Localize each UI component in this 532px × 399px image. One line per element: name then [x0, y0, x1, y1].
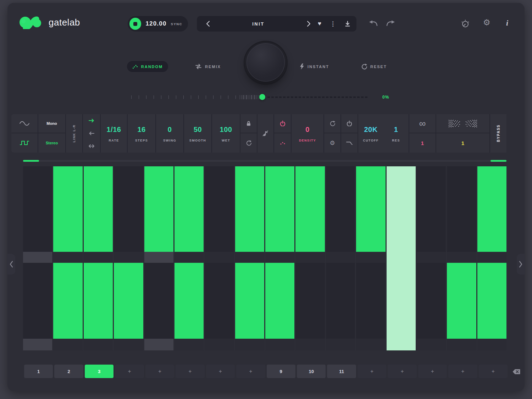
- loop-start-marker[interactable]: [23, 160, 39, 162]
- undo-button[interactable]: [368, 20, 378, 28]
- pattern-add-button[interactable]: +: [115, 365, 144, 378]
- step-bar[interactable]: [23, 263, 52, 339]
- step-footer[interactable]: [265, 339, 294, 350]
- step-bar[interactable]: [84, 263, 113, 339]
- step-bar[interactable]: [174, 166, 204, 252]
- step-footer[interactable]: [447, 339, 476, 350]
- step-bar[interactable]: [447, 166, 476, 252]
- step-footer[interactable]: [417, 339, 446, 350]
- pattern-button-10[interactable]: 10: [297, 365, 326, 378]
- step-bar[interactable]: [53, 166, 82, 252]
- pattern-button-1[interactable]: 1: [24, 365, 53, 378]
- res-value[interactable]: 1: [394, 126, 398, 134]
- wet-value[interactable]: 100: [220, 126, 232, 134]
- random-button[interactable]: RANDOM: [127, 61, 168, 72]
- smooth-value[interactable]: 50: [194, 126, 202, 134]
- pattern-add-button[interactable]: +: [479, 365, 508, 378]
- sequencer-column-9[interactable]: [265, 166, 294, 350]
- swing-cell[interactable]: 0 SWING: [156, 114, 184, 153]
- step-footer[interactable]: [477, 339, 506, 350]
- filter-power-button[interactable]: [341, 114, 358, 133]
- pattern-add-button[interactable]: +: [176, 365, 204, 378]
- step-footer[interactable]: [53, 252, 82, 263]
- preset-name[interactable]: INIT: [213, 21, 304, 27]
- rate-value[interactable]: 1/16: [107, 126, 121, 134]
- humanize-power-button[interactable]: [274, 114, 291, 133]
- rate-cell[interactable]: 1/16 RATE: [101, 114, 128, 153]
- dissolve-mode-buttons[interactable]: [436, 114, 489, 133]
- settings-button[interactable]: ⚙: [483, 18, 491, 27]
- humanize-dots-button[interactable]: [274, 133, 291, 153]
- lock-button[interactable]: [240, 114, 257, 133]
- stop-button[interactable]: [129, 18, 141, 30]
- step-footer[interactable]: [295, 339, 325, 350]
- sequencer-column-1[interactable]: [23, 166, 52, 350]
- sequencer-column-7[interactable]: [205, 166, 234, 350]
- step-footer[interactable]: [356, 339, 385, 350]
- step-footer[interactable]: [356, 252, 385, 263]
- density-value[interactable]: 0: [305, 126, 310, 134]
- step-bar[interactable]: [205, 166, 234, 252]
- sine-wave-button[interactable]: [11, 114, 38, 133]
- page-next-button[interactable]: [517, 254, 525, 275]
- step-bar[interactable]: [23, 166, 52, 252]
- step-footer[interactable]: [477, 252, 506, 263]
- redo-button[interactable]: [386, 20, 395, 28]
- step-footer[interactable]: [265, 252, 294, 263]
- density-settings-button[interactable]: ⚙: [324, 133, 340, 153]
- step-footer[interactable]: [235, 339, 264, 350]
- step-bar[interactable]: [114, 166, 143, 252]
- steps-value[interactable]: 16: [137, 126, 145, 134]
- pattern-add-button[interactable]: +: [418, 365, 447, 378]
- step-bar[interactable]: [84, 166, 113, 252]
- delete-pattern-button[interactable]: [510, 367, 522, 376]
- step-bar[interactable]: [265, 166, 294, 252]
- step-footer[interactable]: [235, 252, 264, 263]
- infinite-repeat-button[interactable]: ∞: [409, 114, 436, 133]
- pattern-add-button[interactable]: +: [358, 365, 386, 378]
- wet-cell[interactable]: 100 WET: [212, 114, 240, 153]
- link-lr-cell[interactable]: LINK L-R: [66, 114, 83, 153]
- info-button[interactable]: i: [506, 18, 508, 28]
- midi-map-button[interactable]: [461, 19, 470, 30]
- step-bar[interactable]: [417, 166, 446, 252]
- step-footer[interactable]: [205, 252, 234, 263]
- sequencer-column-15[interactable]: [447, 166, 476, 350]
- remix-button[interactable]: REMIX: [195, 61, 221, 72]
- density-cell[interactable]: 0 DENSITY: [292, 114, 324, 153]
- step-footer[interactable]: [144, 339, 173, 350]
- sequencer-column-3[interactable]: [84, 166, 113, 350]
- pattern-add-button[interactable]: +: [236, 365, 265, 378]
- direction-backward-button[interactable]: [83, 127, 100, 140]
- sequencer-column-4[interactable]: [114, 166, 143, 350]
- step-bar[interactable]: [144, 263, 173, 339]
- pattern-button-9[interactable]: 9: [267, 365, 295, 378]
- step-bar[interactable]: [235, 263, 264, 339]
- step-footer[interactable]: [295, 252, 325, 263]
- sequencer-column-12[interactable]: [356, 166, 385, 350]
- smooth-cell[interactable]: 50 SMOOTH: [184, 114, 212, 153]
- page-prev-button[interactable]: [7, 254, 15, 275]
- square-wave-button[interactable]: [11, 133, 38, 153]
- loop-range-track[interactable]: [23, 160, 506, 162]
- sequencer-column-10[interactable]: [295, 166, 325, 350]
- pattern-add-button[interactable]: +: [145, 365, 174, 378]
- step-footer[interactable]: [447, 252, 476, 263]
- step-footer[interactable]: [205, 339, 234, 350]
- step-bar[interactable]: [356, 263, 385, 339]
- res-control[interactable]: 1 RES: [383, 114, 409, 153]
- loop-button[interactable]: [240, 133, 257, 153]
- pattern-add-button[interactable]: +: [388, 365, 416, 378]
- preset-next-button[interactable]: [304, 18, 314, 29]
- step-bar[interactable]: [477, 263, 506, 339]
- dissolve-count[interactable]: 1: [436, 133, 489, 153]
- step-bar[interactable]: [265, 263, 294, 339]
- cutoff-control[interactable]: 20K CUTOFF: [358, 114, 383, 153]
- slider-handle[interactable]: [259, 94, 265, 100]
- repeat-count[interactable]: 1: [409, 133, 436, 153]
- step-footer[interactable]: [387, 252, 416, 263]
- step-footer[interactable]: [326, 339, 355, 350]
- bypass-cell[interactable]: BYPASS: [490, 114, 506, 153]
- sequencer-column-8[interactable]: [235, 166, 264, 350]
- step-footer[interactable]: [114, 339, 143, 350]
